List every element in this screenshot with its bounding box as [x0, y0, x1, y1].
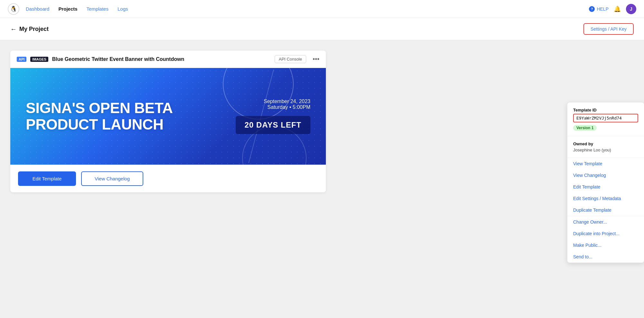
logo-icon: 🐧	[10, 5, 17, 13]
template-id-value: E9YaWrZM2VJj5nRd74	[573, 114, 638, 122]
owned-by-value: Josephine Loo (you)	[573, 148, 638, 152]
dropdown-view-changelog[interactable]: View Changelog	[567, 169, 644, 181]
banner-date: September 24, 2023 Saturday • 5:00PM	[236, 99, 311, 110]
nav-right: ? HELP 🔔 J	[589, 4, 636, 14]
settings-api-key-button[interactable]: Settings / API Key	[583, 23, 634, 35]
dropdown-send-to[interactable]: Send to...	[567, 251, 644, 263]
navbar: 🐧 Dashboard Projects Templates Logs ? HE…	[0, 0, 644, 18]
help-circle-icon: ?	[589, 6, 595, 12]
dropdown-links-group-2: Change Owner... Duplicate into Project..…	[567, 216, 644, 263]
project-title: My Project	[19, 26, 49, 33]
banner-main-text: SIGNA'S OPEN BETA PRODUCT LAUNCH	[26, 100, 220, 132]
dropdown-panel: Template ID E9YaWrZM2VJj5nRd74 Version 1…	[567, 102, 644, 263]
version-badge: Version 1	[573, 125, 597, 131]
banner-countdown: 20 DAYS LEFT	[236, 116, 311, 134]
banner-right: September 24, 2023 Saturday • 5:00PM 20 …	[236, 99, 326, 134]
nav-dashboard[interactable]: Dashboard	[26, 6, 49, 12]
dropdown-template-id-section: Template ID E9YaWrZM2VJj5nRd74 Version 1	[567, 102, 644, 136]
badge-images: IMAGES	[30, 57, 48, 62]
back-link[interactable]: ← My Project	[10, 25, 49, 33]
dropdown-make-public[interactable]: Make Public...	[567, 239, 644, 251]
card-header: API IMAGES Blue Geometric Twitter Event …	[10, 51, 326, 68]
dropdown-owned-by-section: Owned by Josephine Loo (you)	[567, 136, 644, 158]
template-id-label: Template ID	[573, 108, 638, 112]
template-card: API IMAGES Blue Geometric Twitter Event …	[10, 51, 326, 192]
notification-bell-icon[interactable]: 🔔	[614, 5, 621, 13]
dropdown-edit-settings[interactable]: Edit Settings / Metadata	[567, 193, 644, 204]
nav-logs[interactable]: Logs	[118, 6, 128, 12]
dropdown-edit-template[interactable]: Edit Template	[567, 181, 644, 193]
nav-links: Dashboard Projects Templates Logs	[26, 6, 128, 12]
help-label: HELP	[597, 6, 609, 12]
dropdown-view-template[interactable]: View Template	[567, 158, 644, 169]
nav-templates[interactable]: Templates	[87, 6, 109, 12]
logo[interactable]: 🐧	[8, 3, 19, 15]
banner-date-line2: Saturday • 5:00PM	[236, 104, 311, 110]
api-console-button[interactable]: API Console	[275, 55, 306, 63]
back-arrow-icon: ←	[10, 25, 17, 33]
card-title: Blue Geometric Twitter Event Banner with…	[52, 56, 271, 62]
nav-projects[interactable]: Projects	[58, 6, 77, 12]
banner-date-line1: September 24, 2023	[236, 99, 311, 104]
card-footer: Edit Template View Changelog	[10, 165, 326, 192]
view-changelog-button[interactable]: View Changelog	[81, 171, 143, 186]
help-button[interactable]: ? HELP	[589, 6, 609, 12]
dropdown-change-owner[interactable]: Change Owner...	[567, 216, 644, 228]
owned-by-label: Owned by	[573, 141, 638, 146]
main-content: API IMAGES Blue Geometric Twitter Event …	[0, 40, 644, 318]
banner-line1: SIGNA'S OPEN BETA	[26, 100, 220, 116]
dropdown-duplicate-into-project[interactable]: Duplicate into Project...	[567, 228, 644, 239]
banner-text-area: SIGNA'S OPEN BETA PRODUCT LAUNCH	[10, 100, 236, 132]
subheader: ← My Project Settings / API Key	[0, 18, 644, 40]
avatar[interactable]: J	[626, 4, 636, 14]
banner-line2: PRODUCT LAUNCH	[26, 116, 220, 133]
dropdown-links-group-1: View Template View Changelog Edit Templa…	[567, 158, 644, 216]
dropdown-duplicate-template[interactable]: Duplicate Template	[567, 204, 644, 216]
banner-image: SIGNA'S OPEN BETA PRODUCT LAUNCH Septemb…	[10, 68, 326, 165]
badge-api: API	[17, 57, 26, 62]
more-options-icon[interactable]: •••	[313, 55, 319, 63]
edit-template-button[interactable]: Edit Template	[18, 171, 76, 186]
